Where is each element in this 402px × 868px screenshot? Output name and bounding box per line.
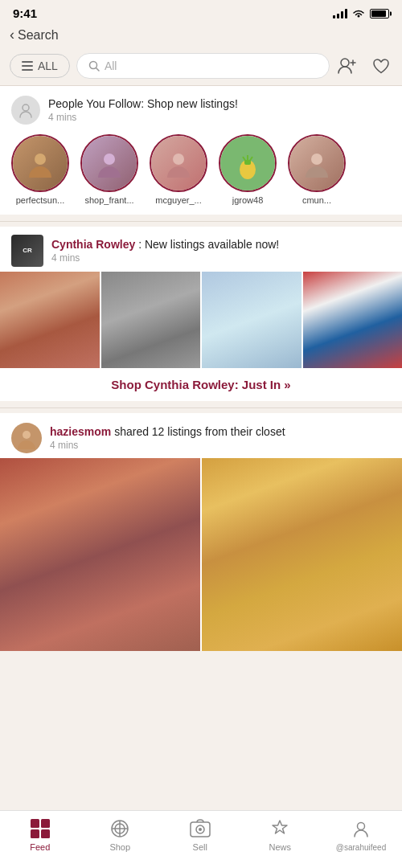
svg-rect-1	[22, 65, 33, 67]
svg-line-4	[96, 68, 99, 72]
hamburger-icon	[22, 61, 33, 71]
nav-shop[interactable]: Shop	[96, 817, 144, 852]
username: haziesmom	[50, 425, 111, 438]
svg-rect-22	[41, 829, 50, 838]
divider-1	[0, 221, 402, 222]
svg-point-8	[23, 104, 29, 111]
avatar-circle	[11, 134, 69, 192]
people-you-follow-section: People You Follow: Shop new listings! 4 …	[0, 86, 402, 215]
brand-logo: CR	[11, 235, 43, 267]
svg-rect-20	[41, 819, 50, 828]
search-filter-input[interactable]: All	[76, 53, 330, 79]
back-search-button[interactable]: ‹ Search	[10, 27, 59, 43]
bottom-spacer	[0, 657, 402, 722]
svg-point-17	[311, 154, 322, 165]
product-image-2[interactable]	[101, 272, 201, 368]
people-title: People You Follow: Shop new listings!	[48, 97, 391, 110]
svg-point-30	[358, 822, 365, 829]
avatar-name: cmun...	[302, 195, 331, 205]
brand-text: Cynthia Rowley : New listings available …	[51, 238, 391, 264]
avatar-circle	[288, 134, 346, 192]
people-header: People You Follow: Shop new listings! 4 …	[0, 86, 402, 129]
sell-label: Sell	[193, 842, 207, 852]
people-section-icon	[11, 96, 40, 125]
svg-point-10	[104, 154, 115, 165]
feed-label: Feed	[30, 842, 50, 852]
user-action: shared 12 listings from their closet	[114, 425, 285, 438]
avatar-item[interactable]: mcguyer_...	[150, 134, 207, 205]
brand-title: Cynthia Rowley : New listings available …	[51, 238, 391, 251]
brand-header: CR Cynthia Rowley : New listings availab…	[0, 227, 402, 272]
signal-icon	[333, 9, 347, 18]
header: ‹ Search	[0, 23, 402, 50]
brand-time: 4 mins	[51, 252, 391, 264]
avatar-item[interactable]: cmun...	[288, 134, 346, 205]
nav-feed[interactable]: Feed	[16, 817, 64, 852]
tab-all-label: ALL	[38, 59, 58, 72]
tab-all-button[interactable]: ALL	[10, 54, 70, 78]
news-icon	[269, 817, 291, 840]
user-header: haziesmom shared 12 listings from their …	[0, 413, 402, 458]
avatar-name: jgrow48	[232, 195, 264, 205]
feed-icon	[29, 817, 51, 840]
profile-label: @sarahuifeed	[336, 843, 386, 852]
avatar-item[interactable]: jgrow48	[219, 134, 277, 205]
listing-image-2[interactable]	[202, 458, 402, 651]
profile-icon	[350, 818, 372, 841]
product-grid	[0, 272, 402, 368]
svg-point-29	[199, 828, 202, 831]
product-image-3[interactable]	[202, 272, 302, 368]
haziesmom-section: haziesmom shared 12 listings from their …	[0, 413, 402, 651]
add-people-button[interactable]	[336, 55, 359, 77]
user-title: haziesmom shared 12 listings from their …	[50, 425, 391, 438]
back-arrow-icon: ‹	[10, 27, 14, 43]
avatar-scroll[interactable]: perfectsun... shop_frant... mcguyer_...	[0, 129, 402, 215]
status-icons	[333, 9, 389, 18]
listing-image-1[interactable]	[0, 458, 200, 651]
people-text-group: People You Follow: Shop new listings! 4 …	[48, 97, 391, 123]
filter-placeholder: All	[105, 59, 117, 72]
user-avatar	[11, 423, 42, 453]
status-time: 9:41	[13, 6, 37, 20]
user-text: haziesmom shared 12 listings from their …	[50, 425, 391, 451]
search-label: Search	[18, 28, 59, 43]
product-image-1[interactable]	[0, 272, 100, 368]
nav-sell[interactable]: Sell	[176, 817, 224, 852]
product-image-4[interactable]	[303, 272, 403, 368]
shop-label: Shop	[109, 842, 130, 852]
svg-rect-21	[31, 829, 39, 838]
status-bar: 9:41	[0, 0, 402, 23]
sell-icon	[189, 817, 211, 840]
avatar-circle	[80, 134, 138, 192]
avatar-name: perfectsun...	[16, 195, 65, 205]
svg-point-9	[35, 154, 46, 165]
svg-rect-19	[31, 819, 39, 828]
svg-point-11	[173, 154, 184, 165]
user-time: 4 mins	[50, 440, 391, 451]
shop-cta-button[interactable]: Shop Cynthia Rowley: Just In »	[0, 368, 402, 401]
avatar-name: shop_frant...	[84, 195, 133, 205]
avatar-circle	[219, 134, 277, 192]
brand-subtitle: :	[138, 238, 145, 251]
divider-2	[0, 407, 402, 408]
brand-subtitle-text: New listings available now!	[145, 238, 279, 251]
svg-point-5	[341, 59, 349, 67]
cynthia-rowley-section: CR Cynthia Rowley : New listings availab…	[0, 227, 402, 401]
nav-profile[interactable]: @sarahuifeed	[336, 818, 386, 852]
bottom-nav: Feed Shop Sell	[0, 810, 402, 868]
listing-grid	[0, 458, 402, 651]
nav-news[interactable]: News	[256, 817, 304, 852]
search-icon	[88, 60, 100, 72]
battery-icon	[370, 9, 389, 18]
favorites-button[interactable]	[370, 55, 392, 77]
avatar-item[interactable]: shop_frant...	[80, 134, 138, 205]
brand-name: Cynthia Rowley	[51, 238, 135, 251]
avatar-circle	[150, 134, 207, 192]
svg-rect-0	[22, 61, 33, 63]
news-label: News	[269, 842, 292, 852]
avatar-name: mcguyer_...	[155, 195, 201, 205]
avatar-item[interactable]: perfectsun...	[11, 134, 69, 205]
tab-filter-bar: ALL All	[0, 50, 402, 85]
wifi-icon	[352, 9, 365, 18]
shop-icon	[109, 817, 131, 840]
